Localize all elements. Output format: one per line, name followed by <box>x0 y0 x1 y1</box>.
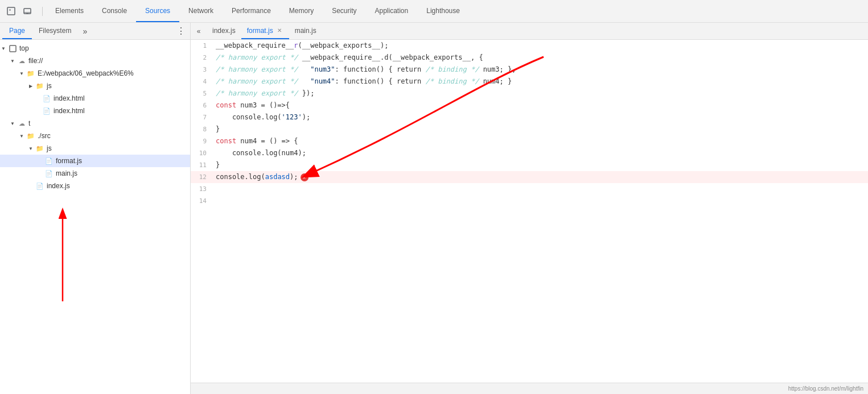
code-line-3: 3 /* harmony export */ "num3": function(… <box>191 64 868 76</box>
tree-label-format-js: format.js <box>56 157 82 165</box>
tree-label-index-html-2: index.html <box>54 107 85 115</box>
inspect-icon[interactable] <box>5 5 18 18</box>
red-arrow-left <box>34 199 102 313</box>
tree-arrow-t: ▼ <box>9 120 16 127</box>
code-tab-index-js[interactable]: index.js <box>207 23 241 39</box>
tree-item-index-js[interactable]: ▶ 📄 index.js <box>0 180 190 192</box>
tree-item-index-html-1[interactable]: ▶ 📄 index.html <box>0 92 190 105</box>
tree-label-src: ./src <box>38 132 51 140</box>
file-yellow-icon-index: 📄 <box>35 181 44 190</box>
code-tab-bar: « index.js format.js ✕ main.js <box>191 23 868 40</box>
tree-item-file-root[interactable]: ▼ ☁ file:// <box>0 55 190 67</box>
tree-label-index-html-1: index.html <box>54 94 85 102</box>
square-icon <box>8 44 17 53</box>
code-line-6: 6 const num3 = ()=>{ <box>191 99 868 111</box>
svg-rect-0 <box>7 7 15 15</box>
tab-network[interactable]: Network <box>179 0 223 22</box>
file-purple-icon: 📄 <box>42 106 51 115</box>
svg-rect-3 <box>26 13 28 14</box>
sub-tab-filesystem[interactable]: Filesystem <box>32 23 78 39</box>
file-tree: ▼ top ▼ ☁ file:// ▼ 📁 E:/webpack/06_webp… <box>0 40 190 394</box>
sub-tab-menu-icon[interactable]: ⋮ <box>174 26 188 36</box>
code-line-11: 11 } <box>191 159 868 171</box>
code-editor[interactable]: 1 __webpack_require__r(__webpack_exports… <box>191 40 868 383</box>
more-tabs-icon[interactable]: » <box>80 27 89 36</box>
code-line-14: 14 <box>191 195 868 207</box>
tab-performance[interactable]: Performance <box>223 0 280 22</box>
toolbar-separator <box>42 7 43 16</box>
collapse-tabs-icon[interactable]: « <box>193 26 204 37</box>
toolbar: Elements Console Sources Network Perform… <box>0 0 868 23</box>
status-url: https://blog.csdn.net/m/lightfin <box>788 385 863 392</box>
tree-arrow-top: ▼ <box>0 45 7 52</box>
tree-label-js: js <box>47 82 52 90</box>
file-yellow-icon-format: 📄 <box>44 156 54 165</box>
tree-arrow-js: ▶ <box>27 82 34 89</box>
error-icon: ✕ <box>301 173 308 181</box>
tree-item-t[interactable]: ▼ ☁ t <box>0 117 190 130</box>
svg-rect-1 <box>24 9 31 14</box>
folder-icon-webpack: 📁 <box>26 69 35 78</box>
tree-arrow-js-2: ▼ <box>27 145 34 152</box>
device-icon[interactable] <box>20 5 34 18</box>
code-line-13: 13 <box>191 183 868 195</box>
tree-label-js-2: js <box>47 144 52 152</box>
sub-tab-page[interactable]: Page <box>2 23 32 39</box>
tab-elements[interactable]: Elements <box>46 0 93 22</box>
folder-icon-js-2: 📁 <box>35 144 44 153</box>
tab-security[interactable]: Security <box>323 0 365 22</box>
cloud-icon-t: ☁ <box>17 119 26 128</box>
tree-item-format-js[interactable]: ▶ 📄 format.js <box>0 155 190 167</box>
code-line-9: 9 const num4 = () => { <box>191 135 868 147</box>
tab-sources[interactable]: Sources <box>136 0 179 22</box>
tree-arrow-src: ▼ <box>18 132 25 139</box>
tab-application[interactable]: Application <box>366 0 418 22</box>
tree-item-js[interactable]: ▶ 📁 js <box>0 80 190 92</box>
tree-label-webpack: E:/webpack/06_webpack%E6% <box>38 69 134 77</box>
tab-memory[interactable]: Memory <box>280 0 323 22</box>
tree-item-js-2[interactable]: ▼ 📁 js <box>0 142 190 155</box>
code-line-1: 1 __webpack_require__r(__webpack_exports… <box>191 40 868 52</box>
tree-item-main-js[interactable]: ▶ 📄 main.js <box>0 167 190 180</box>
code-line-10: 10 console.log(num4); <box>191 147 868 159</box>
tree-item-top[interactable]: ▼ top <box>0 42 190 55</box>
tree-label-top: top <box>19 44 29 52</box>
tree-label-main-js: main.js <box>56 169 77 177</box>
code-line-2: 2 /* harmony export */ __webpack_require… <box>191 52 868 64</box>
code-tab-main-js[interactable]: main.js <box>289 23 322 39</box>
code-line-12: 12 console.log(asdasd);✕ <box>191 171 868 183</box>
code-tab-format-js[interactable]: format.js ✕ <box>241 23 289 39</box>
tree-label-index-js: index.js <box>47 182 70 190</box>
tree-item-index-html-2[interactable]: ▶ 📄 index.html <box>0 105 190 117</box>
tree-arrow-webpack: ▼ <box>18 70 25 77</box>
status-bar: https://blog.csdn.net/m/lightfin <box>191 383 868 394</box>
toolbar-icons <box>5 5 34 18</box>
code-line-4: 4 /* harmony export */ "num4": function(… <box>191 76 868 88</box>
folder-icon-js: 📁 <box>35 81 44 90</box>
file-yellow-icon-main: 📄 <box>44 169 54 178</box>
file-white-icon: 📄 <box>42 94 51 103</box>
code-line-5: 5 /* harmony export */ }); <box>191 88 868 99</box>
folder-icon-src: 📁 <box>26 131 35 140</box>
left-panel: Page Filesystem » ⋮ ▼ top ▼ ☁ <box>0 23 191 394</box>
main-tab-bar: Elements Console Sources Network Perform… <box>46 0 863 22</box>
tree-arrow-file-root: ▼ <box>9 57 16 64</box>
tab-lighthouse[interactable]: Lighthouse <box>417 0 469 22</box>
main-layout: Page Filesystem » ⋮ ▼ top ▼ ☁ <box>0 23 868 394</box>
tree-label-t: t <box>28 119 30 127</box>
tree-item-src[interactable]: ▼ 📁 ./src <box>0 130 190 142</box>
right-panel: « index.js format.js ✕ main.js 1 __webpa… <box>191 23 868 394</box>
tree-item-webpack[interactable]: ▼ 📁 E:/webpack/06_webpack%E6% <box>0 67 190 80</box>
svg-rect-4 <box>10 45 16 52</box>
cloud-icon-file: ☁ <box>17 56 26 65</box>
close-tab-icon[interactable]: ✕ <box>275 27 283 35</box>
code-line-7: 7 console.log('123'); <box>191 111 868 123</box>
code-line-8: 8 } <box>191 123 868 135</box>
sub-tab-bar: Page Filesystem » ⋮ <box>0 23 190 40</box>
tab-console[interactable]: Console <box>93 0 136 22</box>
tree-label-file-root: file:// <box>28 57 43 65</box>
